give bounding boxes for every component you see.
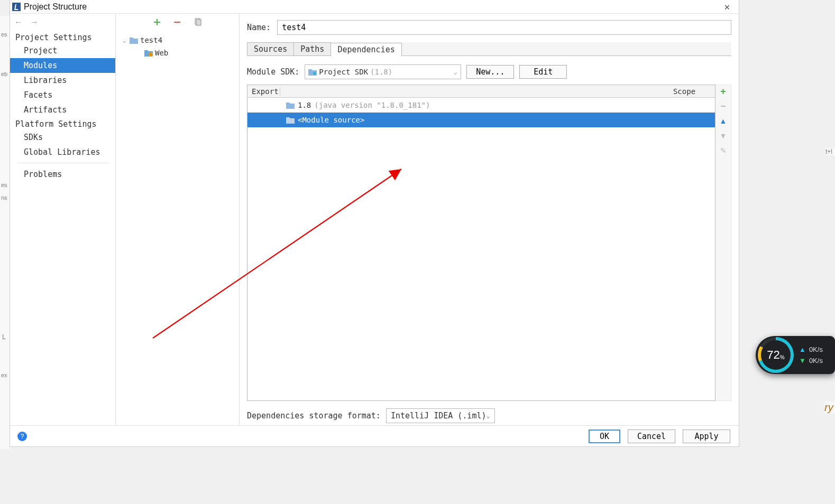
header-scope[interactable]: Scope <box>654 87 715 96</box>
move-up-icon[interactable]: ▲ <box>719 117 728 125</box>
dep-row-sdk[interactable]: 1.8 (java version "1.8.0_181") <box>247 98 715 113</box>
module-tabs: Sources Paths Dependencies <box>247 42 731 56</box>
storage-format-select[interactable]: IntelliJ IDEA (.iml) ⌄ <box>386 408 495 423</box>
sidebar-item-sdks[interactable]: SDKs <box>10 130 115 145</box>
tree-root-label: test4 <box>140 36 162 44</box>
module-sdk-select[interactable]: Project SDK (1.8) ⌄ <box>305 64 461 79</box>
storage-label: Dependencies storage format: <box>247 411 381 421</box>
sidebar-item-libraries[interactable]: Libraries <box>10 73 115 88</box>
sidebar-item-modules[interactable]: Modules <box>10 58 115 73</box>
dep-row-module-main: <Module source> <box>298 116 364 124</box>
new-sdk-button[interactable]: New... <box>466 65 514 79</box>
sidebar-group-platform: Platform Settings <box>10 117 115 130</box>
upload-speed: 0K/s <box>809 346 823 353</box>
dependencies-side-actions: + − ▲ ▼ ✎ <box>715 85 731 401</box>
module-name-input[interactable] <box>277 20 731 35</box>
speed-ring: 72% <box>758 337 794 373</box>
add-dep-icon[interactable]: + <box>719 87 728 96</box>
titlebar: Project Structure ✕ <box>10 0 739 14</box>
modules-tree-toolbar <box>116 14 239 31</box>
tree-module-web[interactable]: Web <box>116 46 239 59</box>
up-arrow-icon: ▲ <box>799 346 806 353</box>
ok-button[interactable]: OK <box>589 430 620 443</box>
close-icon[interactable]: ✕ <box>715 1 739 12</box>
module-editor-panel: Name: Sources Paths Dependencies Module … <box>240 14 739 425</box>
sidebar-group-project: Project Settings <box>10 31 115 43</box>
dep-row-module-source[interactable]: <Module source> <box>247 113 715 127</box>
tab-sources[interactable]: Sources <box>247 42 294 55</box>
chevron-down-icon: ⌄ <box>487 412 490 419</box>
remove-dep-icon[interactable]: − <box>719 102 728 110</box>
module-sdk-label: Module SDK: <box>247 67 299 77</box>
sidebar-item-artifacts[interactable]: Artifacts <box>10 102 115 117</box>
tab-paths[interactable]: Paths <box>293 42 331 55</box>
module-icon <box>130 36 138 44</box>
dependencies-rows[interactable]: 1.8 (java version "1.8.0_181") <Module s… <box>247 98 715 400</box>
sidebar-item-project[interactable]: Project <box>10 43 115 58</box>
window-title: Project Structure <box>24 2 87 12</box>
network-speed-widget[interactable]: 72% ▲0K/s ▼0K/s <box>756 336 835 374</box>
sdk-row-icon <box>286 101 295 109</box>
settings-sidebar: ← → Project Settings Project Modules Lib… <box>10 14 116 425</box>
background-editor-strip: es eb es ns L ex <box>0 16 10 449</box>
sdk-icon <box>308 68 317 76</box>
sidebar-item-facets[interactable]: Facets <box>10 88 115 102</box>
sidebar-item-problems[interactable]: Problems <box>10 166 115 182</box>
copy-module-icon[interactable] <box>194 18 202 26</box>
add-module-icon[interactable] <box>153 18 161 26</box>
svg-rect-1 <box>196 20 201 25</box>
edit-sdk-button[interactable]: Edit <box>519 65 567 79</box>
folder-row-icon <box>286 116 295 124</box>
dep-row-sdk-main: 1.8 <box>298 101 311 109</box>
sdk-version: (1.8) <box>370 68 392 76</box>
move-down-icon[interactable]: ▼ <box>719 132 728 140</box>
download-speed: 0K/s <box>809 357 823 365</box>
storage-value: IntelliJ IDEA (.iml) <box>391 411 487 421</box>
app-icon <box>12 3 21 11</box>
bg-frag-right1: t+l <box>825 148 835 155</box>
dependencies-header: Export Scope <box>247 85 715 98</box>
sidebar-separator <box>17 163 108 163</box>
name-label: Name: <box>247 23 271 32</box>
nav-back-icon[interactable]: ← <box>14 17 23 27</box>
caret-down-icon[interactable]: ⌄ <box>121 38 127 43</box>
header-export[interactable]: Export <box>247 87 280 96</box>
chevron-down-icon: ⌄ <box>454 68 457 76</box>
dialog-footer: ? OK Cancel Apply <box>10 425 739 446</box>
apply-button[interactable]: Apply <box>683 430 730 443</box>
edit-dep-icon[interactable]: ✎ <box>719 146 728 155</box>
dependencies-table: Export Scope 1.8 (java version "1.8.0_18… <box>247 85 715 401</box>
modules-tree-column: ⌄ test4 Web <box>116 14 240 425</box>
bg-frag-right2: ry <box>824 402 835 414</box>
tree-child-label: Web <box>155 49 168 57</box>
help-icon[interactable]: ? <box>17 432 27 441</box>
nav-forward-icon[interactable]: → <box>30 17 39 27</box>
project-structure-dialog: Project Structure ✕ ← → Project Settings… <box>10 0 739 447</box>
remove-module-icon[interactable] <box>173 18 181 26</box>
cancel-button[interactable]: Cancel <box>628 430 675 443</box>
sdk-value: Project SDK <box>319 68 368 76</box>
sidebar-nav-toolbar: ← → <box>10 14 115 31</box>
dep-row-sdk-extra: (java version "1.8.0_181") <box>314 101 430 109</box>
down-arrow-icon: ▼ <box>799 357 806 365</box>
modules-tree[interactable]: ⌄ test4 Web <box>116 31 239 425</box>
speed-percent: 72 <box>767 348 779 362</box>
web-module-icon <box>144 49 153 57</box>
svg-point-3 <box>313 72 316 75</box>
speed-unit: % <box>780 354 785 360</box>
tab-dependencies[interactable]: Dependencies <box>331 43 401 56</box>
tree-module-root[interactable]: ⌄ test4 <box>116 34 239 46</box>
sidebar-item-global-libraries[interactable]: Global Libraries <box>10 145 115 160</box>
